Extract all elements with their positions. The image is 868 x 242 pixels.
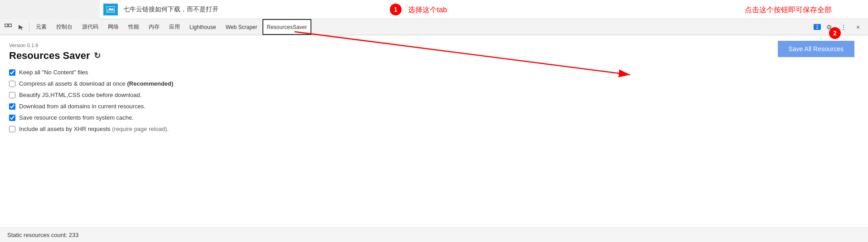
notification-badge: 2 — [814, 24, 821, 30]
tab-network[interactable]: 网络 — [103, 19, 124, 35]
checkbox-item-6: Include all assets by XHR requests (requ… — [9, 126, 859, 132]
tab-performance[interactable]: 性能 — [124, 19, 144, 35]
page-title-text: Resources Saver — [9, 50, 90, 62]
static-resources-bar: Static resources count: 233 — [0, 227, 868, 242]
checkbox-item-2: Compress all assets & download at once (… — [9, 80, 859, 87]
annotation-badge-1: 1 — [390, 4, 402, 15]
annotation-badge-2: 2 — [829, 27, 841, 39]
top-banner: 七牛云链接如何下载，而不是打开 1 选择这个tab 点击这个按钮即可保存全部 — [100, 0, 868, 19]
checkbox-6[interactable] — [9, 126, 15, 132]
svg-marker-2 — [108, 8, 114, 10]
refresh-icon[interactable]: ↻ — [94, 51, 101, 61]
svg-marker-5 — [19, 25, 24, 30]
toolbar-divider-1 — [29, 23, 29, 32]
checkbox-item-3: Beautify JS,HTML,CSS code before downloa… — [9, 92, 859, 98]
checkbox-label-2-bold: (Recommended) — [127, 80, 173, 87]
checkbox-item-5: Save resource contents from system cache… — [9, 114, 859, 121]
checkbox-label-2: Compress all assets & download at once (… — [19, 80, 173, 87]
save-all-resources-button[interactable]: Save All Resources — [778, 41, 854, 57]
cursor-icon-btn[interactable] — [15, 21, 27, 34]
checkbox-5[interactable] — [9, 115, 15, 121]
checkbox-3[interactable] — [9, 92, 15, 98]
close-icon-btn[interactable]: × — [852, 21, 864, 34]
checkbox-4[interactable] — [9, 103, 15, 110]
version-label: Version 0.1.8 — [9, 43, 859, 48]
checkbox-label-6: Include all assets by XHR requests (requ… — [19, 126, 169, 132]
tab-memory[interactable]: 内存 — [144, 19, 165, 35]
checkbox-label-6-note: (require page reload). — [112, 126, 169, 132]
tab-resourcessaver[interactable]: ResourcesSaver — [262, 19, 312, 35]
checkbox-item-1: Keep all "No Content" files — [9, 69, 859, 76]
toolbar-tabs: 元素 控制台 源代码 网络 性能 内存 应用 Lighthouse Web Sc… — [31, 19, 814, 35]
banner-image-icon — [103, 4, 118, 15]
tab-application[interactable]: 应用 — [165, 19, 185, 35]
checkbox-2[interactable] — [9, 81, 15, 87]
checkbox-label-3: Beautify JS,HTML,CSS code before downloa… — [19, 92, 141, 98]
annotation-text-1: 选择这个tab — [408, 5, 447, 15]
checkbox-label-1: Keep all "No Content" files — [19, 69, 88, 76]
annotation-text-2: 点击这个按钮即可保存全部 — [745, 5, 832, 15]
checkbox-1[interactable] — [9, 69, 15, 76]
tab-console[interactable]: 控制台 — [52, 19, 78, 35]
checkbox-label-4: Download from all domains in current res… — [19, 103, 145, 110]
tab-lighthouse[interactable]: Lighthouse — [185, 19, 221, 35]
main-content: Version 0.1.8 Resources Saver ↻ Keep all… — [0, 35, 868, 242]
svg-rect-4 — [9, 24, 11, 27]
devtools-toolbar: 元素 控制台 源代码 网络 性能 内存 应用 Lighthouse Web Sc… — [0, 19, 868, 35]
tab-webscraper[interactable]: Web Scraper — [221, 19, 262, 35]
svg-rect-3 — [5, 24, 8, 27]
checkbox-item-4: Download from all domains in current res… — [9, 103, 859, 110]
page-title: Resources Saver ↻ — [9, 50, 859, 62]
banner-text: 七牛云链接如何下载，而不是打开 — [123, 5, 218, 14]
inspect-icon-btn[interactable] — [2, 21, 15, 34]
static-resources-count: Static resources count: 233 — [7, 232, 79, 238]
checkbox-label-5: Save resource contents from system cache… — [19, 114, 134, 121]
tab-sources[interactable]: 源代码 — [78, 19, 103, 35]
tab-elements[interactable]: 元素 — [31, 19, 52, 35]
